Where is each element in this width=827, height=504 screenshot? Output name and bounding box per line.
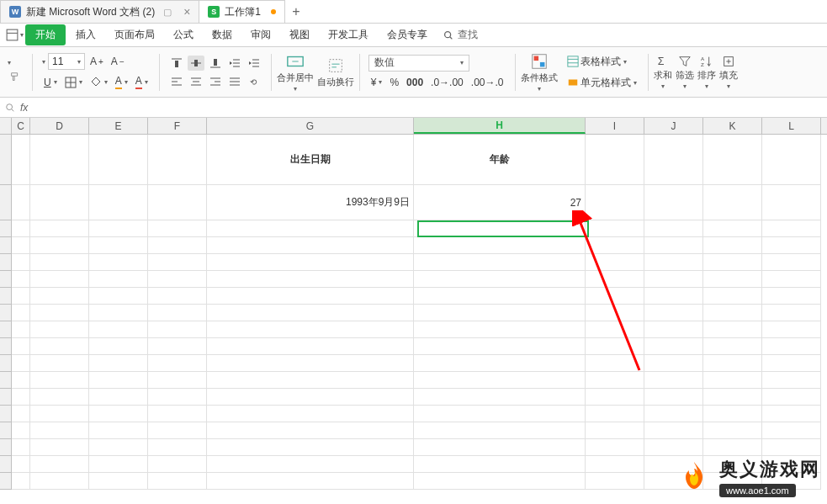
cell[interactable]: [644, 185, 703, 220]
cell[interactable]: [586, 288, 644, 305]
cell[interactable]: [762, 422, 821, 439]
cell[interactable]: [644, 305, 703, 321]
cell[interactable]: [207, 220, 414, 237]
cell[interactable]: [414, 237, 586, 254]
cell[interactable]: [414, 473, 586, 490]
cell[interactable]: [586, 338, 644, 355]
cell[interactable]: [207, 321, 414, 338]
cell[interactable]: [703, 271, 762, 288]
justify-button[interactable]: [226, 74, 243, 89]
cell[interactable]: [586, 406, 644, 422]
menu-insert[interactable]: 插入: [67, 24, 104, 45]
cell[interactable]: [414, 422, 586, 439]
decrease-font-button[interactable]: A−: [109, 54, 127, 69]
increase-font-button[interactable]: A+: [87, 54, 106, 69]
cell[interactable]: [30, 439, 89, 456]
cell[interactable]: [644, 439, 703, 456]
cell[interactable]: [207, 237, 414, 254]
cell[interactable]: [414, 389, 586, 406]
cell[interactable]: [586, 185, 644, 220]
align-right-button[interactable]: [207, 74, 224, 89]
cell[interactable]: [30, 406, 89, 422]
cell[interactable]: [89, 355, 148, 372]
cell[interactable]: [12, 473, 30, 490]
cell[interactable]: [207, 422, 414, 439]
row-header[interactable]: [0, 389, 12, 406]
cell-style-button[interactable]: 单元格样式▾: [565, 74, 639, 92]
cell[interactable]: [30, 185, 89, 220]
tab-word-doc[interactable]: W 新建 Microsoft Word 文档 (2) ▢ ×: [0, 0, 199, 23]
cell[interactable]: [89, 185, 148, 220]
cell[interactable]: [207, 305, 414, 321]
cell[interactable]: [30, 135, 89, 185]
menu-start[interactable]: 开始: [25, 24, 66, 45]
cell[interactable]: [207, 372, 414, 389]
cell[interactable]: [12, 372, 30, 389]
cell[interactable]: [148, 185, 207, 220]
cell[interactable]: [89, 237, 148, 254]
filter-button[interactable]: 筛选▾: [676, 55, 694, 90]
cell[interactable]: [89, 456, 148, 473]
cell[interactable]: [12, 254, 30, 271]
cell[interactable]: [414, 305, 586, 321]
formula-input[interactable]: [33, 98, 822, 117]
menu-data[interactable]: 数据: [204, 24, 241, 45]
sort-button[interactable]: AZ 排序▾: [697, 55, 716, 90]
cell[interactable]: [12, 389, 30, 406]
cell[interactable]: [644, 389, 703, 406]
cell[interactable]: [148, 389, 207, 406]
close-icon[interactable]: ×: [183, 5, 190, 19]
cell[interactable]: [414, 406, 586, 422]
cell[interactable]: [12, 135, 30, 185]
row-header[interactable]: [0, 439, 12, 456]
cell[interactable]: [703, 406, 762, 422]
col-header-G[interactable]: G: [207, 118, 414, 134]
row-header[interactable]: [0, 185, 12, 220]
cell[interactable]: [30, 237, 89, 254]
cell[interactable]: [586, 355, 644, 372]
cell[interactable]: [644, 406, 703, 422]
cell[interactable]: [762, 185, 821, 220]
cell[interactable]: [30, 220, 89, 237]
cell[interactable]: [762, 288, 821, 305]
cell[interactable]: [586, 422, 644, 439]
cell[interactable]: [703, 185, 762, 220]
cell[interactable]: [762, 355, 821, 372]
cell[interactable]: [586, 254, 644, 271]
cell[interactable]: [586, 220, 644, 237]
decrease-decimal-button[interactable]: .00→.0: [469, 75, 506, 90]
cell[interactable]: [586, 473, 644, 490]
cell[interactable]: [89, 422, 148, 439]
col-header-D[interactable]: D: [30, 118, 89, 134]
cell[interactable]: [762, 372, 821, 389]
cell[interactable]: [586, 321, 644, 338]
cell[interactable]: [703, 321, 762, 338]
cell[interactable]: [644, 220, 703, 237]
paste-dropdown[interactable]: ▾: [8, 59, 11, 66]
menu-review[interactable]: 审阅: [242, 24, 279, 45]
cell[interactable]: [89, 288, 148, 305]
increase-decimal-button[interactable]: .0→.00: [428, 75, 466, 90]
conditional-format-button[interactable]: 条件格式▾: [521, 52, 558, 93]
cell[interactable]: [762, 406, 821, 422]
cell-birth-header[interactable]: 出生日期: [207, 135, 414, 185]
cell[interactable]: [12, 321, 30, 338]
file-menu-button[interactable]: ▾: [5, 28, 24, 43]
cell[interactable]: [12, 338, 30, 355]
name-box-icon[interactable]: [5, 103, 15, 113]
cell[interactable]: [148, 372, 207, 389]
row-header[interactable]: [0, 422, 12, 439]
cell[interactable]: [703, 135, 762, 185]
cell[interactable]: [703, 439, 762, 456]
cell[interactable]: [207, 473, 414, 490]
cell[interactable]: [30, 389, 89, 406]
cell-age-value[interactable]: 27: [414, 185, 586, 220]
cell[interactable]: [148, 254, 207, 271]
row-header[interactable]: [0, 135, 12, 185]
search-button[interactable]: 查找: [443, 28, 478, 42]
cell[interactable]: [703, 355, 762, 372]
font-size-input[interactable]: 11▾: [48, 53, 85, 70]
cell[interactable]: [89, 135, 148, 185]
tab-workbook[interactable]: S 工作簿1: [199, 0, 285, 23]
cell[interactable]: [414, 338, 586, 355]
